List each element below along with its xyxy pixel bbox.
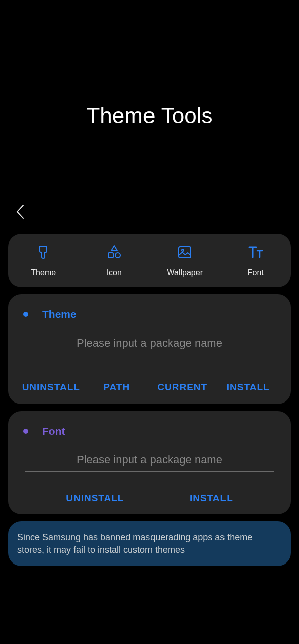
tab-font[interactable]: Font — [220, 244, 291, 277]
wallpaper-icon — [177, 244, 193, 260]
theme-path-button[interactable]: PATH — [87, 381, 147, 394]
theme-icon — [35, 244, 51, 260]
theme-section: Theme UNINSTALL PATH CURRENT INSTALL — [8, 294, 291, 404]
tab-theme[interactable]: Theme — [8, 244, 79, 277]
font-bullet-icon — [23, 429, 28, 434]
font-package-input[interactable] — [25, 453, 274, 472]
chevron-left-icon — [15, 204, 25, 220]
svg-point-3 — [182, 249, 184, 251]
tab-icon-label: Icon — [107, 268, 122, 277]
tab-theme-label: Theme — [31, 268, 56, 277]
tab-font-label: Font — [248, 268, 264, 277]
theme-package-input[interactable] — [25, 337, 274, 355]
icon-icon — [106, 244, 122, 260]
font-install-button[interactable]: INSTALL — [190, 492, 233, 505]
back-button[interactable] — [0, 204, 299, 234]
svg-rect-2 — [179, 247, 191, 258]
font-section: Font UNINSTALL INSTALL — [8, 411, 291, 515]
svg-rect-0 — [108, 253, 113, 258]
font-section-title: Font — [42, 425, 65, 437]
theme-install-button[interactable]: INSTALL — [218, 381, 278, 394]
page-title: Theme Tools — [0, 0, 299, 204]
svg-point-1 — [115, 253, 120, 258]
category-tabs: Theme Icon Wallpaper — [8, 234, 291, 287]
theme-section-title: Theme — [42, 308, 77, 320]
font-icon — [248, 244, 264, 260]
tab-icon[interactable]: Icon — [79, 244, 150, 277]
tab-wallpaper[interactable]: Wallpaper — [150, 244, 220, 277]
tab-wallpaper-label: Wallpaper — [167, 268, 203, 277]
font-uninstall-button[interactable]: UNINSTALL — [66, 492, 124, 505]
theme-bullet-icon — [23, 312, 28, 317]
notice-banner: Since Samsung has banned masquerading ap… — [8, 521, 291, 566]
theme-current-button[interactable]: CURRENT — [152, 381, 212, 394]
theme-uninstall-button[interactable]: UNINSTALL — [21, 381, 81, 394]
notice-text: Since Samsung has banned masquerading ap… — [17, 531, 282, 556]
